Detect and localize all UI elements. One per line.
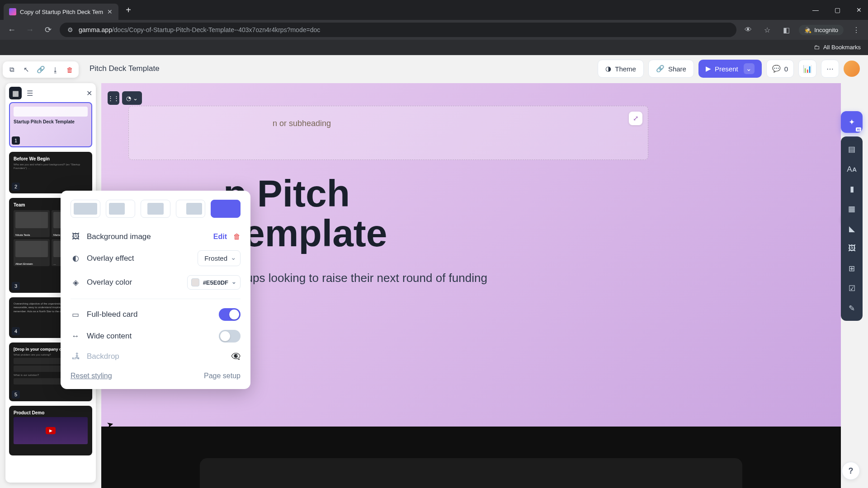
side-panel-icon[interactable]: ◧ [780,23,793,36]
layout-icon[interactable]: ▦ [844,201,860,217]
app-area: ⧉ ↖ 🔗 ⭳ 🗑 Pitch Deck Template ◑ Theme 🔗 … [0,55,868,488]
expand-icon[interactable]: ⤢ [629,112,642,125]
comment-icon: 💬 [772,65,781,73]
present-button[interactable]: ▶ Present ⌄ [698,60,762,78]
filmstrip-close-icon[interactable]: ✕ [86,89,92,98]
browser-menu-icon[interactable]: ⋮ [850,23,863,36]
doc-title[interactable]: Pitch Deck Template [90,64,160,73]
help-button[interactable]: ? [842,462,860,480]
trash-icon[interactable]: 🗑 [63,63,76,76]
theme-button[interactable]: ◑ Theme [598,60,644,78]
visual-icon[interactable]: ◣ [844,221,860,237]
form-icon[interactable]: ☑ [844,280,860,296]
tab-title: Copy of Startup Pitch Deck Tem [20,9,103,15]
background-edit-button[interactable]: Edit [213,233,227,241]
fullbleed-icon: ▭ [71,310,80,319]
present-label: Present [715,65,738,73]
fullbleed-toggle[interactable] [219,308,241,321]
ai-sparkle-button[interactable]: ✦AI [841,111,863,133]
share-button[interactable]: 🔗 Share [648,60,694,78]
browser-tab[interactable]: Copy of Startup Pitch Deck Tem ✕ [4,4,118,20]
color-swatch [191,278,199,286]
reset-styling-link[interactable]: Reset styling [71,372,112,380]
folder-icon: 🗀 [814,44,820,51]
slide-title[interactable]: p Pitch Template [223,174,814,253]
comments-button[interactable]: 💬 0 [766,60,794,78]
comment-count: 0 [784,65,788,73]
url-path: /docs/Copy-of-Startup-Pitch-Deck-Templat… [112,26,320,33]
nav-reload-icon[interactable]: ⟳ [42,23,54,36]
card-templates-icon[interactable]: ▤ [844,141,860,157]
contrast-icon: ◐ [71,253,80,263]
url-host: gamma.app [79,26,112,33]
wide-content-toggle[interactable] [219,330,241,343]
browser-nav-bar: ← → ⟳ ⚙ gamma.app/docs/Copy-of-Startup-P… [0,20,868,40]
site-settings-icon[interactable]: ⚙ [66,26,74,34]
user-avatar[interactable] [844,61,860,77]
tab-close-icon[interactable]: ✕ [107,9,113,15]
title-card-placeholder[interactable]: n or subheading ⤢ [128,106,648,160]
overlay-color-label: Overlay color [87,278,181,287]
slide-2-title[interactable]: Before We Begin [231,485,711,488]
image-icon: 🖼 [71,232,80,241]
overlay-effect-label: Overlay effect [87,254,191,263]
theme-icon: ◑ [605,65,611,73]
embed-icon[interactable]: ✎ [844,300,860,316]
backdrop-icon: 🏞 [71,352,80,361]
bookmarks-bar: 🗀 All Bookmarks [0,40,868,55]
nav-forward-icon[interactable]: → [24,23,36,36]
copy-icon[interactable]: ⧉ [5,63,18,76]
browser-tab-strip: Copy of Startup Pitch Deck Tem ✕ + — ▢ ✕ [0,0,868,20]
link-icon[interactable]: 🔗 [34,63,47,76]
text-format-icon[interactable]: Aᴀ [844,161,860,177]
hidden-icon[interactable]: 👁‍🗨 [231,352,241,361]
layout-option-center[interactable] [141,200,170,218]
drag-handle-icon[interactable]: ⋮⋮ [108,91,119,105]
wide-content-label: Wide content [87,332,212,341]
placeholder-text: n or subheading [273,119,331,128]
layout-picker [71,200,241,218]
backdrop-label: Backdrop [87,352,224,361]
all-bookmarks-link[interactable]: All Bookmarks [823,44,861,51]
filmstrip-grid-view-icon[interactable]: ▦ [9,87,22,99]
theme-label: Theme [615,65,636,73]
slide-subtitle[interactable]: startups looking to raise their next rou… [223,271,814,285]
share-icon: 🔗 [656,65,665,73]
card-style-dropdown[interactable]: ◔ ⌄ [122,91,142,105]
wide-icon: ↔ [71,332,80,341]
overlay-color-picker[interactable]: #E5E0DF [187,275,241,290]
slide-thumb-1[interactable]: Startup Pitch Deck Template 1 [9,102,92,147]
layout-option-right[interactable] [176,200,206,218]
bookmark-star-icon[interactable]: ☆ [761,23,774,36]
window-minimize-icon[interactable]: — [810,6,821,14]
url-bar[interactable]: ⚙ gamma.app/docs/Copy-of-Startup-Pitch-D… [60,23,736,37]
layout-option-fill[interactable] [211,200,241,218]
slide-2[interactable]: Before We Begin [101,427,841,488]
nav-back-icon[interactable]: ← [5,23,18,36]
slide-thumb-2[interactable]: Before We BeginWho are you and what's yo… [9,152,92,193]
background-delete-button[interactable]: 🗑 [233,233,241,241]
filmstrip-list-view-icon[interactable]: ☰ [24,87,36,99]
arrow-up-left-icon[interactable]: ↖ [20,63,33,76]
layout-option-full[interactable] [71,200,100,218]
play-icon: ▶ [706,65,711,73]
eye-off-icon[interactable]: 👁 [742,23,755,36]
layout-option-left[interactable] [106,200,136,218]
background-image-label: Background image [87,232,207,241]
overlay-effect-select[interactable]: Frosted [198,250,241,266]
download-icon[interactable]: ⭳ [49,63,61,76]
page-setup-link[interactable]: Page setup [204,372,241,380]
new-tab-button[interactable]: + [122,5,135,15]
more-menu-button[interactable]: ⋯ [821,60,839,78]
window-close-icon[interactable]: ✕ [854,6,864,14]
present-dropdown-icon[interactable]: ⌄ [744,63,755,74]
table-icon[interactable]: ⊞ [844,260,860,277]
image-insert-icon[interactable]: 🖼 [844,240,860,257]
window-maximize-icon[interactable]: ▢ [832,6,843,14]
app-topbar: ⧉ ↖ 🔗 ⭳ 🗑 Pitch Deck Template ◑ Theme 🔗 … [0,55,868,82]
share-label: Share [668,65,686,73]
slide-thumb-6[interactable]: Product Demo [9,406,92,455]
callout-icon[interactable]: ▮ [844,181,860,197]
incognito-chip[interactable]: 🕵 Incognito [799,25,844,35]
analytics-button[interactable]: 📊 [798,60,816,78]
